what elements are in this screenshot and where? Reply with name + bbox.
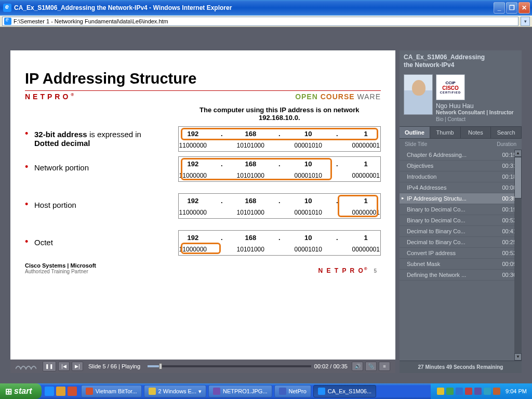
tray-icon[interactable] (484, 388, 491, 395)
author-role: Network Consultant | Instructor (436, 110, 517, 115)
address-field[interactable]: F:\Semester 1 - Networking Fundamental\d… (2, 17, 518, 26)
outline-item[interactable]: Convert IP address00:52 (400, 248, 522, 259)
ip-block-host: 192.168.10.1 110000001010100000001010000… (178, 193, 381, 219)
tab-notes[interactable]: Notes (461, 127, 491, 138)
outline-item[interactable]: Binary to Decimal Co...00:52 (400, 215, 522, 226)
open-courseware: OPEN COURSE WARE (295, 92, 381, 101)
presenter-logo (15, 362, 37, 371)
task-item[interactable]: NETPRO1.JPG... (208, 385, 272, 397)
ip-block-octet: 192.168.10.1 110000001010100000001010000… (178, 230, 381, 256)
ql-firefox-icon[interactable] (68, 387, 77, 396)
ie-icon (4, 18, 11, 25)
author-photo (404, 74, 433, 115)
outline-item[interactable]: Chapter 6 Addressing...00:15 (400, 150, 522, 161)
bullet-item: Octet (25, 238, 160, 247)
tray-icon[interactable] (474, 388, 482, 395)
outline-list: Chapter 6 Addressing...00:15 Objectives0… (400, 150, 522, 361)
slide-footer: Cisco Systems | MicrosoftAuthorized Trai… (25, 262, 381, 274)
outline-item-active[interactable]: IP Addressing Structu...00:35 (400, 193, 522, 204)
bullet-item: 32-bit address is expressed in Dotted de… (25, 130, 160, 148)
ip-diagrams: The computer using this IP address is on… (178, 101, 381, 260)
task-item[interactable]: NetPro (274, 385, 311, 397)
tab-search[interactable]: Search (491, 127, 522, 138)
author-links[interactable]: Bio | Contact (436, 116, 517, 122)
outline-header: Slide TitleDuration (400, 139, 522, 150)
diagram-caption: The computer using this IP address is on… (178, 106, 381, 122)
progress-slider[interactable] (148, 365, 311, 367)
play-pause-button[interactable]: ❚❚ (43, 361, 56, 371)
outline-item[interactable]: IPv4 Addresses00:08 (400, 182, 522, 193)
menu-button[interactable]: ≡ (379, 362, 390, 371)
bullet-item: Host portion (25, 201, 160, 209)
netpro-footer: N E T P R O® 5 (318, 267, 381, 274)
ip-block-full: 192.168.10.1 110000001010100000001010000… (178, 126, 381, 152)
task-item[interactable]: 2 Windows E...▾ (144, 385, 206, 397)
outline-scrollbar[interactable]: ▲ ▼ (514, 150, 522, 361)
outline-item[interactable]: Decimal to Binary Co...00:25 (400, 237, 522, 248)
scroll-down-button[interactable]: ▼ (514, 353, 522, 361)
clock[interactable]: 9:04 PM (506, 388, 527, 394)
start-button[interactable]: ⊞start (0, 383, 42, 399)
netpro-logo: NETPRO® (25, 92, 74, 101)
author-name: Ngo Huu Hau (436, 102, 517, 110)
ip-block-network: 192.168.10.1 110000001010100000001010000… (178, 156, 381, 182)
address-text: F:\Semester 1 - Networking Fundamental\d… (14, 18, 168, 24)
sidebar-tabs: Outline Thumb Notes Search (400, 126, 522, 139)
next-button[interactable]: ▶| (72, 362, 83, 371)
address-dropdown[interactable]: ▾ (521, 17, 530, 26)
task-item-active[interactable]: CA_Ex_S1M06... (313, 385, 376, 397)
partner-brand: Cisco Systems | MicrosoftAuthorized Trai… (25, 262, 96, 274)
address-bar: F:\Semester 1 - Networking Fundamental\d… (0, 16, 532, 27)
scroll-up-button[interactable]: ▲ (514, 150, 522, 157)
slide-title: IP Addressing Structure (25, 70, 381, 87)
time-display: 00:02 / 00:35 (314, 363, 348, 369)
sidebar-title: CA_Ex_S1M06_Addressingthe Network-IPv4 (400, 50, 522, 72)
cert-badge: CCIP CISCO CERTIFIED (436, 74, 465, 100)
player-bar: ❚❚ |◀ ▶| Slide 5 / 66 | Playing 00:02 / … (10, 360, 395, 373)
slide-column: IP Addressing Structure NETPRO® OPEN COU… (10, 50, 395, 373)
close-button[interactable]: ✕ (518, 2, 530, 14)
presenter: IP Addressing Structure NETPRO® OPEN COU… (10, 50, 522, 373)
brand-row: NETPRO® OPEN COURSE WARE (25, 90, 381, 101)
tray-icon[interactable] (456, 388, 463, 395)
window-titlebar: CA_Ex_S1M06_Addressing the Network-IPv4 … (0, 0, 532, 16)
tray-icon[interactable] (493, 388, 500, 395)
remaining-time: 27 Minutes 49 Seconds Remaining (400, 361, 522, 373)
minimize-button[interactable]: _ (494, 2, 505, 14)
outline-item[interactable]: Defining the Network ...00:36 (400, 270, 522, 281)
content-area: IP Addressing Structure NETPRO® OPEN COU… (0, 27, 532, 383)
outline-item[interactable]: Binary to Decimal Co...00:19 (400, 204, 522, 215)
tray-icon[interactable] (437, 388, 444, 395)
author-section: CCIP CISCO CERTIFIED Ngo Huu Hau Network… (400, 72, 522, 126)
scroll-thumb[interactable] (514, 157, 522, 198)
prev-button[interactable]: |◀ (58, 362, 70, 371)
bullet-list: 32-bit address is expressed in Dotted de… (25, 114, 160, 262)
slide: IP Addressing Structure NETPRO® OPEN COU… (10, 50, 395, 360)
tray-icon[interactable] (446, 388, 454, 395)
bullet-item: Network portion (25, 163, 160, 172)
slide-position: Slide 5 / 66 | Playing (88, 363, 140, 369)
outline-item[interactable]: Decimal to Binary Co...00:41 (400, 226, 522, 237)
taskbar: ⊞start Vietnam BitTor... 2 Windows E...▾… (0, 383, 532, 399)
sidebar: CA_Ex_S1M06_Addressingthe Network-IPv4 C… (400, 50, 522, 373)
window-title: CA_Ex_S1M06_Addressing the Network-IPv4 … (14, 4, 493, 11)
ie-icon (3, 4, 11, 12)
task-item[interactable]: Vietnam BitTor... (81, 385, 142, 397)
maximize-button[interactable]: ❐ (506, 2, 517, 14)
attachments-button[interactable]: 📎 (365, 362, 377, 371)
quick-launch (42, 387, 80, 396)
ql-ie-icon[interactable] (45, 387, 54, 396)
outline-item[interactable]: Subnet Mask00:09 (400, 259, 522, 270)
tab-outline[interactable]: Outline (400, 127, 430, 138)
tab-thumb[interactable]: Thumb (430, 127, 461, 138)
outline-item[interactable]: Introduction00:18 (400, 171, 522, 182)
system-tray[interactable]: 9:04 PM (431, 383, 532, 399)
outline-item[interactable]: Objectives00:31 (400, 161, 522, 171)
volume-button[interactable]: 🔊 (352, 362, 363, 371)
tray-icon[interactable] (465, 388, 472, 395)
ql-folder-icon[interactable] (56, 387, 65, 396)
